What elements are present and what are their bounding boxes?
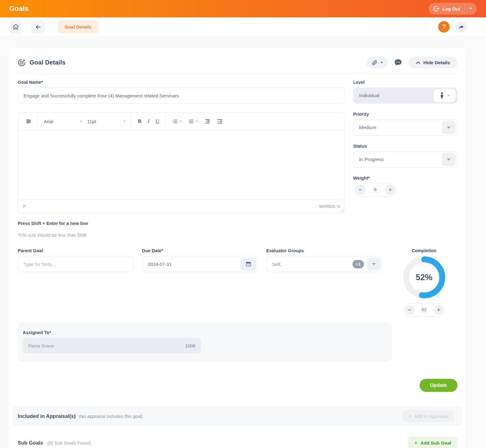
chevron-down-icon: [447, 159, 451, 161]
chevron-up-icon: [416, 61, 420, 64]
comment-bubble-icon: [393, 57, 404, 68]
help-button[interactable]: ?: [438, 21, 450, 33]
chevron-down-icon: [447, 95, 450, 96]
indent-icon: [217, 118, 223, 124]
description-editor[interactable]: Arial 11pt B I U: [18, 112, 345, 213]
weight-label: Weight*: [353, 176, 457, 181]
weight-decrement-button[interactable]: −: [355, 185, 366, 195]
card-header: Goal Details: [18, 57, 457, 74]
priority-select[interactable]: Medium: [353, 119, 457, 136]
filesize-hint: *File size should be less than 5MB: [18, 233, 345, 238]
question-mark-icon: ?: [442, 23, 446, 30]
resize-grip[interactable]: [340, 209, 343, 212]
comments-button[interactable]: [393, 57, 404, 68]
completion-percent: 52%: [403, 256, 445, 298]
weight-increment-button[interactable]: +: [385, 185, 395, 195]
editor-content-area[interactable]: [18, 130, 345, 199]
font-size-value: 11pt: [87, 119, 96, 124]
secondary-nav: Goal Details ?: [0, 17, 486, 37]
logout-label: Log Out: [443, 6, 460, 11]
breadcrumb[interactable]: Goal Details: [58, 20, 98, 34]
chevron-down-icon: [380, 62, 383, 63]
level-label: Level: [353, 80, 457, 85]
plus-icon: +: [388, 187, 392, 193]
chevron-down-icon: [179, 121, 182, 122]
share-forward-icon: [458, 24, 464, 30]
goal-name-label: Goal Name*: [18, 80, 345, 85]
parent-goal-input[interactable]: [18, 256, 134, 272]
font-size-select[interactable]: 11pt: [85, 119, 128, 124]
add-to-appraisal-button[interactable]: + Add to Appraisal: [402, 410, 454, 422]
bold-button[interactable]: B: [135, 118, 144, 124]
home-icon: [12, 24, 19, 30]
level-select: Individual: [353, 87, 457, 104]
weight-stepper: − 5 +: [353, 183, 397, 196]
appraisal-note: (No appraisal includes this goal): [79, 414, 143, 419]
outdent-button[interactable]: [201, 118, 214, 124]
plus-icon: +: [437, 307, 440, 313]
appraisal-section: Included in Appraisal(s) (No appraisal i…: [13, 406, 462, 426]
evaluator-groups-select[interactable]: Self, +1: [266, 256, 383, 272]
priority-value: Medium: [359, 125, 376, 130]
home-button[interactable]: [9, 20, 23, 34]
goal-name-input[interactable]: [18, 87, 345, 104]
app-header: Goals Log Out: [0, 0, 486, 17]
underline-button[interactable]: U: [152, 118, 162, 124]
nav-divider-right: [426, 20, 426, 34]
goal-target-icon: [18, 59, 26, 67]
assigned-name: Fiona Grace: [28, 343, 54, 348]
editor-toolbar: Arial 11pt B I U: [18, 113, 345, 130]
numbered-list-button[interactable]: [185, 119, 201, 124]
outdent-icon: [204, 118, 211, 124]
status-select[interactable]: In Progress: [353, 151, 457, 168]
add-to-appraisal-label: Add to Appraisal: [414, 414, 448, 419]
logout-icon: [434, 6, 440, 12]
chevron-down-icon: [123, 121, 126, 122]
toolbar-divider: [38, 113, 38, 130]
chevron-down-icon: [372, 263, 376, 265]
hide-details-button[interactable]: Hide Details: [408, 57, 457, 68]
sliders-icon: [25, 118, 32, 124]
logout-caret-button[interactable]: [465, 8, 477, 10]
font-family-select[interactable]: Arial: [41, 119, 85, 124]
bullet-list-button[interactable]: [169, 119, 185, 124]
indent-button[interactable]: [214, 118, 226, 124]
paperclip-icon: [371, 60, 378, 66]
completion-value: 52: [419, 307, 429, 313]
update-button[interactable]: Update: [420, 379, 457, 392]
level-value: Individual: [359, 93, 379, 98]
evaluator-groups-value: Self,: [272, 262, 352, 267]
app-title: Goals: [9, 5, 29, 13]
subgoals-count: (0) Sub Goals Found: [48, 440, 91, 446]
assigned-id: 1006: [185, 343, 195, 348]
subgoals-title: Sub Goals: [18, 440, 43, 446]
completion-decrement-button[interactable]: −: [405, 305, 415, 315]
italic-button[interactable]: I: [144, 118, 152, 124]
hide-details-label: Hide Details: [423, 60, 450, 65]
status-value: In Progress: [359, 157, 384, 162]
calendar-button[interactable]: [240, 258, 257, 271]
font-family-value: Arial: [44, 119, 53, 124]
logout-button[interactable]: Log Out: [429, 3, 477, 15]
attachment-button[interactable]: [366, 57, 388, 68]
add-sub-goal-button[interactable]: + Add Sub Goal: [408, 437, 457, 448]
chevron-down-icon: [196, 121, 198, 122]
goal-details-card: Goal Details: [8, 48, 467, 448]
bullet-list-icon: [172, 119, 178, 124]
plus-icon: +: [414, 440, 418, 446]
chevron-down-icon: [447, 127, 451, 129]
breadcrumb-label: Goal Details: [65, 24, 92, 29]
block-indicator: P: [23, 204, 26, 209]
chevron-down-icon: [469, 8, 472, 10]
back-button[interactable]: [31, 20, 45, 34]
person-icon: [439, 92, 444, 99]
evaluator-groups-label: Evaluator Groups: [266, 248, 383, 253]
share-button[interactable]: [455, 21, 467, 33]
page-title: Goal Details: [30, 59, 66, 66]
word-count: WORDS: 0: [319, 204, 340, 209]
editor-settings-button[interactable]: [22, 118, 35, 124]
back-arrow-icon: [35, 24, 42, 30]
completion-increment-button[interactable]: +: [434, 305, 444, 315]
weight-value: 5: [370, 187, 380, 193]
evaluator-count-badge: +1: [352, 260, 364, 268]
